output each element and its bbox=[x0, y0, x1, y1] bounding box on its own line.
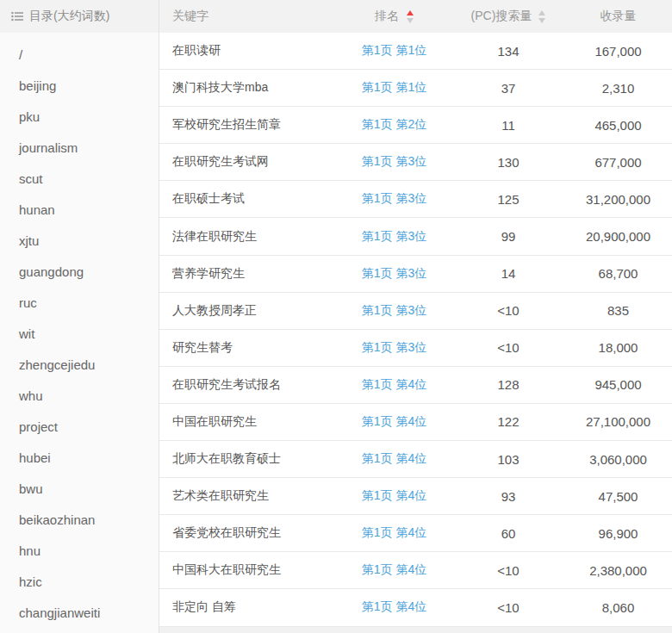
index-count-cell: 835 bbox=[564, 303, 672, 318]
keyword-cell: 非定向 自筹 bbox=[159, 599, 336, 615]
sidebar-header: 目录(大约词数) bbox=[0, 0, 159, 33]
search-volume-cell: 60 bbox=[452, 526, 564, 541]
keyword-cell: 省委党校在职研究生 bbox=[159, 525, 336, 541]
rank-cell: 第1页 第3位 bbox=[336, 266, 452, 282]
sidebar-item[interactable]: bwu bbox=[0, 474, 159, 505]
search-volume-cell: 128 bbox=[452, 377, 564, 392]
search-volume-cell: <10 bbox=[452, 340, 564, 355]
search-volume-cell: 14 bbox=[452, 266, 564, 281]
keyword-cell: 人大教授周孝正 bbox=[159, 303, 336, 319]
table-row: 营养学研究生第1页 第3位1468,700 bbox=[159, 256, 672, 293]
index-count-cell: 2,380,000 bbox=[564, 563, 672, 578]
sidebar-item[interactable]: beijing bbox=[0, 71, 159, 102]
rank-cell: 第1页 第2位 bbox=[336, 117, 452, 133]
rank-cell: 第1页 第4位 bbox=[336, 525, 452, 541]
rank-link[interactable]: 第1页 第4位 bbox=[362, 488, 426, 502]
sort-control-search-volume[interactable] bbox=[538, 10, 545, 23]
index-count-cell: 945,000 bbox=[564, 377, 672, 392]
index-count-cell: 20,900,000 bbox=[564, 229, 672, 244]
index-count-cell: 8,060 bbox=[564, 600, 672, 615]
sidebar-item[interactable]: / bbox=[0, 40, 159, 71]
search-volume-cell: 125 bbox=[452, 192, 564, 207]
sidebar-item[interactable]: xjtu bbox=[0, 226, 159, 257]
keyword-cell: 在职研究生考试网 bbox=[159, 154, 336, 170]
keyword-cell: 中国在职研究生 bbox=[159, 414, 336, 430]
index-count-cell: 167,000 bbox=[564, 44, 672, 59]
search-volume-cell: 99 bbox=[452, 229, 564, 244]
rank-link[interactable]: 第1页 第4位 bbox=[362, 525, 426, 539]
sort-asc-icon[interactable] bbox=[538, 10, 545, 16]
sidebar-item[interactable]: hunan bbox=[0, 195, 159, 226]
sidebar-item[interactable]: beikaozhinan bbox=[0, 505, 159, 536]
rank-link[interactable]: 第1页 第2位 bbox=[362, 117, 426, 131]
keyword-cell: 在职硕士考试 bbox=[159, 191, 336, 207]
sidebar-item[interactable]: ruc bbox=[0, 288, 159, 319]
table-row: 在职研究生考试报名第1页 第4位128945,000 bbox=[159, 367, 672, 404]
rank-cell: 第1页 第1位 bbox=[336, 43, 452, 59]
rank-link[interactable]: 第1页 第4位 bbox=[362, 599, 426, 613]
table-row: 在职读研第1页 第1位134167,000 bbox=[159, 33, 672, 70]
index-count-cell: 465,000 bbox=[564, 118, 672, 133]
table-row: 北师大在职教育硕士第1页 第4位1033,060,000 bbox=[159, 441, 672, 478]
keyword-cell: 中国科大在职研究生 bbox=[159, 562, 336, 578]
sidebar-item[interactable]: guangdong bbox=[0, 257, 159, 288]
rank-link[interactable]: 第1页 第4位 bbox=[362, 377, 426, 391]
sort-desc-icon[interactable] bbox=[407, 18, 414, 23]
search-volume-cell: <10 bbox=[452, 303, 564, 318]
sidebar-item[interactable]: pku bbox=[0, 102, 159, 133]
directory-list: /beijingpkujournalismscuthunanxjtuguangd… bbox=[0, 33, 159, 629]
table-row: 非定向 自筹第1页 第4位<108,060 bbox=[159, 589, 672, 626]
index-count-cell: 27,100,000 bbox=[564, 414, 672, 429]
search-volume-cell: 122 bbox=[452, 414, 564, 429]
keyword-cell: 在职读研 bbox=[159, 43, 336, 59]
keyword-cell: 法律在职研究生 bbox=[159, 229, 336, 245]
rank-cell: 第1页 第3位 bbox=[336, 191, 452, 207]
column-label: 关键字 bbox=[172, 9, 208, 24]
sidebar-item[interactable]: hubei bbox=[0, 443, 159, 474]
rank-link[interactable]: 第1页 第4位 bbox=[362, 562, 426, 576]
keyword-cell: 研究生替考 bbox=[159, 340, 336, 356]
keyword-cell: 北师大在职教育硕士 bbox=[159, 451, 336, 467]
sidebar-item[interactable]: changjianweiti bbox=[0, 598, 159, 629]
rank-link[interactable]: 第1页 第1位 bbox=[362, 43, 426, 57]
search-volume-cell: 134 bbox=[452, 44, 564, 59]
rank-link[interactable]: 第1页 第3位 bbox=[362, 340, 426, 354]
index-count-cell: 3,060,000 bbox=[564, 452, 672, 467]
sidebar-item[interactable]: zhengcejiedu bbox=[0, 350, 159, 381]
sidebar-item[interactable]: scut bbox=[0, 164, 159, 195]
table-row: 澳门科技大学mba第1页 第1位372,310 bbox=[159, 70, 672, 107]
column-header-index-count: 收录量 bbox=[564, 9, 672, 24]
column-header-search-volume[interactable]: (PC)搜索量 bbox=[452, 9, 564, 24]
sidebar-item[interactable]: project bbox=[0, 412, 159, 443]
sort-control-rank[interactable] bbox=[407, 10, 414, 23]
column-label: 收录量 bbox=[600, 9, 637, 24]
rank-link[interactable]: 第1页 第3位 bbox=[362, 154, 426, 168]
rank-cell: 第1页 第4位 bbox=[336, 377, 452, 393]
rank-cell: 第1页 第3位 bbox=[336, 154, 452, 170]
index-count-cell: 31,200,000 bbox=[564, 192, 672, 207]
column-label: 排名 bbox=[375, 9, 399, 24]
rank-link[interactable]: 第1页 第3位 bbox=[362, 191, 426, 205]
rank-link[interactable]: 第1页 第4位 bbox=[362, 451, 426, 465]
sidebar-item[interactable]: hnu bbox=[0, 536, 159, 567]
index-count-cell: 18,000 bbox=[564, 340, 672, 355]
rank-cell: 第1页 第4位 bbox=[336, 451, 452, 467]
sidebar-item[interactable]: wit bbox=[0, 319, 159, 350]
rank-link[interactable]: 第1页 第3位 bbox=[362, 229, 426, 243]
sidebar-item[interactable]: journalism bbox=[0, 133, 159, 164]
sidebar-item[interactable]: hzic bbox=[0, 567, 159, 598]
rank-link[interactable]: 第1页 第3位 bbox=[362, 266, 426, 280]
sort-asc-icon[interactable] bbox=[407, 10, 414, 16]
search-volume-cell: 103 bbox=[452, 452, 564, 467]
table-row: 中国在职研究生第1页 第4位12227,100,000 bbox=[159, 404, 672, 441]
rank-link[interactable]: 第1页 第1位 bbox=[362, 80, 426, 94]
rank-cell: 第1页 第4位 bbox=[336, 488, 452, 504]
search-volume-cell: 130 bbox=[452, 155, 564, 170]
sidebar-item[interactable]: whu bbox=[0, 381, 159, 412]
list-icon bbox=[11, 11, 23, 22]
rank-link[interactable]: 第1页 第3位 bbox=[362, 303, 426, 317]
sort-desc-icon[interactable] bbox=[538, 18, 545, 23]
column-header-rank[interactable]: 排名 bbox=[336, 9, 452, 24]
rank-link[interactable]: 第1页 第4位 bbox=[362, 414, 426, 428]
table-body: 在职读研第1页 第1位134167,000澳门科技大学mba第1页 第1位372… bbox=[159, 33, 672, 627]
